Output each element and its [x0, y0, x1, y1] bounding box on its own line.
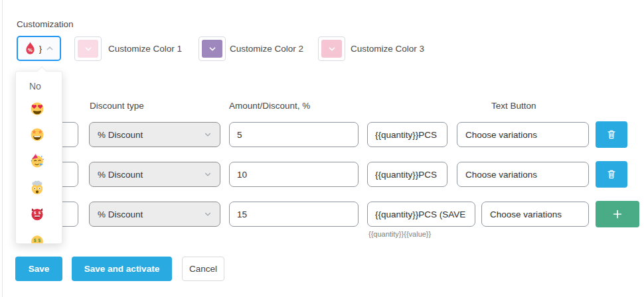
row-1-amount-input[interactable]: [229, 122, 359, 147]
row-3-text-button-input[interactable]: [367, 202, 475, 227]
customize-color-3-button[interactable]: [318, 36, 345, 61]
svg-text:$: $: [34, 238, 37, 243]
row-3-add-button[interactable]: [596, 201, 639, 227]
save-and-activate-button[interactable]: Save and activate: [72, 257, 172, 281]
row-3-choose-variations-button[interactable]: Choose variations: [481, 202, 589, 227]
svg-text:$: $: [34, 210, 37, 215]
customize-color-1-label: Customize Color 1: [108, 44, 182, 54]
chevron-down-icon: [202, 129, 214, 141]
money-mouth-emoji[interactable]: $ $: [30, 233, 44, 244]
color-swatch-2: [202, 40, 222, 58]
row-2-amount-input[interactable]: [229, 162, 359, 187]
template-helper-text: {{quantity}}{{value}}: [368, 230, 431, 238]
text-button-header: Text Button: [491, 101, 536, 111]
emoji-option-no[interactable]: No: [29, 81, 41, 91]
discount-type-value: % Discount: [98, 170, 143, 180]
chevron-down-icon: [327, 44, 337, 54]
star-struck-emoji[interactable]: [30, 127, 44, 142]
row-1-discount-type-select[interactable]: % Discount: [89, 122, 220, 147]
trash-icon: [605, 168, 618, 181]
chevron-down-icon: [202, 168, 214, 180]
customize-color-2-button[interactable]: [199, 36, 226, 61]
discount-type-value: % Discount: [98, 130, 143, 140]
heart-eyes-emoji[interactable]: [30, 101, 44, 116]
customize-color-1-button[interactable]: [74, 36, 102, 61]
row-1-choose-variations-button[interactable]: Choose variations: [457, 122, 589, 147]
color-swatch-1: [78, 40, 98, 58]
amount-discount-header: Amount/Discount, %: [229, 101, 310, 111]
choose-variations-label: Choose variations: [465, 130, 537, 140]
discount-type-header: Discount type: [90, 101, 144, 111]
cancel-button[interactable]: Cancel: [182, 257, 224, 281]
row-1-delete-button[interactable]: [596, 121, 627, 148]
customize-color-2-label: Customize Color 2: [230, 44, 303, 54]
section-title: Customization: [17, 19, 74, 29]
exploding-head-emoji[interactable]: [30, 180, 44, 195]
svg-text:$: $: [39, 210, 41, 215]
row-1-text-button-input[interactable]: [367, 122, 447, 147]
devil-money-eyes-emoji[interactable]: $ $: [30, 207, 44, 221]
row-2-delete-button[interactable]: [596, 161, 627, 188]
discount-type-value: % Discount: [98, 209, 143, 219]
row-2-choose-variations-button[interactable]: Choose variations: [457, 162, 589, 187]
save-button[interactable]: Save: [15, 257, 62, 281]
emoji-dropdown-panel: No: [15, 71, 62, 244]
customization-page: Customization % } Customize Color 1: [0, 0, 644, 297]
trash-icon: [605, 128, 618, 141]
row-3-amount-input[interactable]: [229, 202, 359, 227]
chevron-up-icon: [43, 42, 56, 55]
color-swatch-3: [321, 40, 342, 58]
chevron-down-icon: [208, 44, 217, 54]
left-border-line: [2, 0, 3, 297]
svg-text:$: $: [38, 238, 40, 243]
hot-sale-flame-percent-emoji: %: [23, 41, 38, 56]
partying-face-emoji[interactable]: [30, 154, 44, 168]
chevron-down-icon: [84, 44, 93, 54]
svg-text:%: %: [28, 46, 33, 52]
choose-variations-label: Choose variations: [465, 170, 537, 180]
emoji-dropdown-button[interactable]: % }: [17, 36, 61, 61]
row-2-text-button-input[interactable]: [367, 162, 447, 187]
selected-value-text: }: [39, 44, 42, 54]
chevron-down-icon: [202, 208, 214, 220]
row-2-discount-type-select[interactable]: % Discount: [89, 162, 220, 187]
row-3-discount-type-select[interactable]: % Discount: [89, 202, 220, 227]
plus-icon: [611, 208, 624, 221]
customize-color-3-label: Customize Color 3: [351, 44, 424, 54]
choose-variations-label: Choose variations: [490, 209, 562, 219]
